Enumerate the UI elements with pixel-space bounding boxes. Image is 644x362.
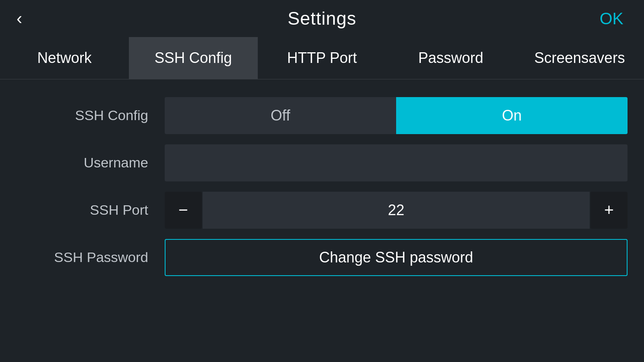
ok-button[interactable]: OK	[600, 9, 623, 28]
decrement-button[interactable]: −	[165, 192, 202, 229]
ssh-config-toggle[interactable]: Off On	[165, 97, 628, 134]
tab-network[interactable]: Network	[0, 37, 129, 79]
header: ‹ Settings OK	[0, 0, 644, 37]
ssh-port-row: SSH Port − 22 +	[0, 190, 644, 230]
ssh-config-control: Off On	[165, 97, 628, 134]
ssh-password-control: Change SSH password	[165, 239, 628, 276]
ssh-port-label: SSH Port	[0, 202, 165, 218]
ssh-password-row: SSH Password Change SSH password	[0, 238, 644, 277]
increment-button[interactable]: +	[590, 192, 628, 229]
ssh-config-label: SSH Config	[0, 107, 165, 123]
ssh-port-stepper: − 22 +	[165, 192, 628, 229]
ssh-config-row: SSH Config Off On	[0, 96, 644, 135]
tab-screensavers[interactable]: Screensavers	[515, 37, 644, 79]
tab-bar: Network SSH Config HTTP Port Password Sc…	[0, 37, 644, 79]
username-row: Username	[0, 143, 644, 182]
toggle-on-button[interactable]: On	[396, 97, 628, 134]
toggle-off-button[interactable]: Off	[165, 97, 396, 134]
ssh-port-control: − 22 +	[165, 192, 628, 229]
change-password-button[interactable]: Change SSH password	[165, 239, 628, 276]
ssh-port-value: 22	[203, 192, 590, 229]
username-label: Username	[0, 155, 165, 171]
tab-ssh-config[interactable]: SSH Config	[129, 37, 258, 79]
tab-password[interactable]: Password	[386, 37, 515, 79]
ssh-password-label: SSH Password	[0, 249, 165, 265]
username-control	[165, 144, 628, 181]
back-button[interactable]: ‹	[16, 10, 22, 27]
tab-http-port[interactable]: HTTP Port	[258, 37, 387, 79]
page-title: Settings	[288, 8, 357, 29]
username-input[interactable]	[165, 144, 628, 181]
settings-content: SSH Config Off On Username SSH Port − 22…	[0, 79, 644, 302]
